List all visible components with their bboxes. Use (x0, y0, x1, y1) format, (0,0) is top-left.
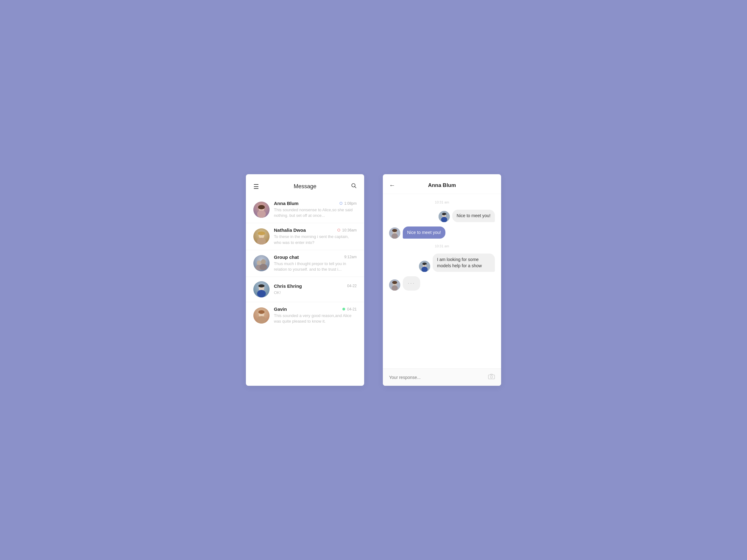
conv-preview: To these in the morning i sent the capta… (274, 234, 355, 245)
status-dot (337, 229, 340, 232)
panel-title: Message (293, 183, 316, 190)
chat-header: ← Anna Blum (383, 174, 501, 194)
avatar (419, 261, 430, 272)
screens-container: ☰ Message (246, 174, 501, 386)
conv-preview: This sounded a very good reason,and Alic… (274, 313, 355, 324)
conv-preview: OK! (274, 290, 355, 296)
conv-meta: 9:12am (344, 255, 357, 259)
status-dot (340, 202, 342, 205)
conv-name: Chris Ehring (274, 284, 302, 289)
avatar (253, 202, 269, 218)
conv-preview: This sounded nonsense to Alice,so she sa… (274, 207, 355, 218)
conv-name: Anna Blum (274, 201, 299, 206)
message-row-sent: I am looking for some models help for a … (389, 254, 495, 272)
conv-time: 9:12am (344, 255, 357, 259)
conv-preview: Thus much i thought prepor to tell you i… (274, 261, 355, 272)
list-item[interactable]: Chris Ehring 04-22 OK! (246, 277, 364, 302)
conv-time: 04-21 (347, 307, 357, 312)
chat-title: Anna Blum (400, 182, 484, 189)
typing-bubble: ··· (403, 276, 420, 290)
message-bubble: Nice to meet you! (452, 210, 495, 222)
avatar (253, 281, 269, 297)
panel-header: ☰ Message (246, 174, 364, 196)
avatar (253, 308, 269, 324)
chat-input-area (383, 368, 501, 386)
svg-point-4 (257, 210, 266, 218)
conv-meta: 1:08pm (340, 201, 357, 206)
chat-panel: ← Anna Blum 10:31 am Nice to meet you! (383, 174, 501, 386)
chat-messages: 10:31 am Nice to meet you! (383, 194, 501, 368)
conv-content: Gavin 04-21 This sounded a very good rea… (274, 306, 357, 324)
avatar (389, 228, 400, 239)
response-input[interactable] (389, 375, 484, 380)
conv-top: Chris Ehring 04-22 (274, 284, 357, 289)
avatar (439, 211, 450, 222)
conv-meta: 04-21 (342, 307, 357, 312)
back-arrow-icon[interactable]: ← (389, 182, 395, 189)
message-row-typing: ··· (389, 276, 495, 290)
timestamp-label: 10:31 am (389, 201, 495, 204)
timestamp-label: 10:31 am (389, 244, 495, 248)
svg-point-40 (392, 281, 397, 284)
message-bubble: Nice to meet you! (403, 226, 445, 239)
conv-content: Anna Blum 1:08pm This sounded nonsense t… (274, 201, 357, 218)
conv-content: Chris Ehring 04-22 OK! (274, 284, 357, 296)
list-item[interactable]: Nathalia Dwoa 10:36am To these in the mo… (246, 223, 364, 250)
conv-meta: 04-22 (347, 284, 357, 288)
svg-rect-41 (488, 375, 495, 379)
svg-point-27 (445, 215, 446, 216)
svg-point-17 (257, 290, 266, 297)
svg-point-14 (260, 264, 267, 270)
message-list-panel: ☰ Message (246, 174, 364, 386)
svg-point-21 (257, 316, 266, 324)
avatar (253, 229, 269, 244)
status-dot (342, 308, 345, 311)
svg-line-1 (355, 187, 356, 188)
conv-top: Anna Blum 1:08pm (274, 201, 357, 206)
conv-name: Gavin (274, 306, 287, 312)
list-item[interactable]: Gavin 04-21 This sounded a very good rea… (246, 302, 364, 328)
conv-content: Nathalia Dwoa 10:36am To these in the mo… (274, 228, 357, 245)
conv-name: Group chat (274, 255, 299, 260)
svg-point-18 (258, 284, 264, 288)
conv-top: Gavin 04-21 (274, 306, 357, 312)
svg-point-22 (258, 310, 264, 314)
conversation-list: Anna Blum 1:08pm This sounded nonsense t… (246, 196, 364, 329)
conv-top: Nathalia Dwoa 10:36am (274, 228, 357, 233)
svg-point-11 (257, 260, 261, 265)
hamburger-icon[interactable]: ☰ (253, 184, 259, 190)
svg-point-36 (425, 264, 427, 266)
conv-top: Group chat 9:12am (274, 255, 357, 260)
avatar (253, 255, 269, 271)
svg-point-42 (491, 376, 493, 378)
conv-meta: 10:36am (337, 228, 357, 232)
avatar (389, 279, 400, 291)
conv-time: 1:08pm (344, 201, 357, 206)
message-row-received: Nice to meet you! (389, 226, 495, 239)
conv-time: 10:36am (342, 228, 357, 232)
conv-time: 04-22 (347, 284, 357, 288)
svg-point-5 (258, 205, 265, 209)
conv-content: Group chat 9:12am Thus much i thought pr… (274, 255, 357, 272)
message-row-sent: Nice to meet you! (389, 210, 495, 222)
svg-point-31 (392, 229, 397, 232)
message-bubble: I am looking for some models help for a … (433, 254, 495, 272)
list-item[interactable]: Anna Blum 1:08pm This sounded nonsense t… (246, 196, 364, 223)
svg-point-9 (258, 232, 265, 235)
search-icon[interactable] (351, 183, 357, 190)
camera-icon[interactable] (488, 374, 495, 381)
conv-name: Nathalia Dwoa (274, 228, 306, 233)
list-item[interactable]: Group chat 9:12am Thus much i thought pr… (246, 250, 364, 277)
